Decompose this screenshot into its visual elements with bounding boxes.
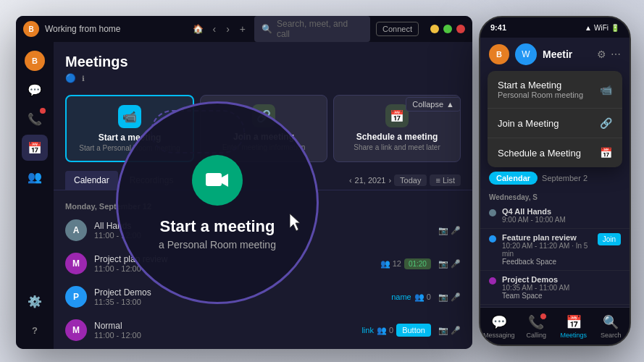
- meeting-avatar-normal: M: [65, 319, 87, 341]
- close-button[interactable]: [456, 25, 465, 33]
- phone-dropdown: Start a Meeting Personal Room meeting 📹 …: [488, 71, 622, 167]
- minimize-button[interactable]: [430, 25, 439, 33]
- circle-title: Start a meeting: [160, 217, 275, 236]
- phone-nav-meetings[interactable]: 📅 Meetings: [555, 314, 593, 339]
- phone-nav-calling[interactable]: 📞 Calling: [518, 314, 556, 339]
- phone-dropdown-start-label: Start a Meeting: [498, 80, 583, 90]
- meeting-icons-normal: 📷 🎤: [438, 326, 461, 335]
- phone-meeting-dot-q4: [489, 209, 496, 216]
- sidebar-icon-meetings[interactable]: 📅: [22, 135, 48, 161]
- phone-dropdown-start[interactable]: Start a Meeting Personal Room meeting 📹: [488, 71, 622, 109]
- webex-icon: 🔵: [65, 73, 76, 83]
- schedule-meeting-icon: 📅: [385, 104, 409, 127]
- date-nav: ‹ 21, 2021 › Today ≡ List: [349, 174, 461, 186]
- search-bar[interactable]: 🔍 Search, meet, and call: [254, 16, 370, 42]
- tab-calendar[interactable]: Calendar: [65, 171, 118, 190]
- sidebar-icon-help[interactable]: ?: [22, 317, 48, 343]
- meetings-nav-icon: 📅: [566, 314, 582, 330]
- search-placeholder: Search, meet, and call: [277, 19, 363, 39]
- meeting-avatar-allhands: A: [65, 219, 87, 241]
- phone-dropdown-schedule[interactable]: Schedule a Meeting 📅: [488, 138, 622, 167]
- meeting-icons-allhands: 📷 🎤: [438, 226, 461, 235]
- mobile-phone: 9:41 ▲ WiFi 🔋 B W Meetir ⚙ ⋯ Start a Mee…: [479, 16, 631, 346]
- phone-meeting-weekly[interactable]: Weekly Sync Up 9:00 - 10:00 AM: [480, 345, 630, 346]
- phone-avatar: B: [489, 44, 509, 64]
- today-button[interactable]: Today: [394, 174, 427, 186]
- schedule-meeting-desc: Share a link and meet later: [354, 143, 440, 151]
- phone-calendar-tab[interactable]: Calendar: [489, 172, 538, 185]
- svg-rect-0: [206, 173, 222, 186]
- phone-date-header-1: Wednesday, S: [480, 189, 630, 203]
- phone-webex-icon: W: [515, 43, 537, 65]
- maximize-button[interactable]: [443, 25, 452, 33]
- phone-join-icon: 🔗: [600, 117, 612, 129]
- phone-dropdown-schedule-label: Schedule a Meeting: [498, 148, 581, 159]
- sidebar-icon-avatar[interactable]: B: [22, 48, 48, 74]
- phone-date-range: September 2: [542, 174, 587, 182]
- search-icon: 🔍: [262, 24, 272, 34]
- phone-join-feature-button[interactable]: Join: [598, 233, 621, 245]
- next-date-icon[interactable]: ›: [388, 176, 391, 185]
- phone-dropdown-join[interactable]: Join a Meeting 🔗: [488, 109, 622, 138]
- phone-meeting-feature[interactable]: Feature plan review 10:20 AM - 11:20 AM …: [480, 229, 630, 271]
- meeting-icons-demos: 📷 🎤: [438, 292, 461, 302]
- title-bar-label: Working from home: [45, 24, 187, 34]
- connect-button[interactable]: Connect: [376, 22, 419, 36]
- status-icon: 🏠: [193, 24, 204, 34]
- phone-nav-search[interactable]: 🔍 Search: [593, 314, 630, 339]
- phone-cal-header: Calendar September 2: [480, 167, 630, 189]
- phone-nav-messaging[interactable]: 💬 Messaging: [480, 314, 518, 339]
- signal-icon: ▲: [585, 24, 592, 32]
- title-bar: B Working from home 🏠 ‹ › + 🔍 Search, me…: [16, 16, 472, 42]
- search-nav-icon: 🔍: [603, 314, 619, 330]
- phone-nav: 💬 Messaging 📞 Calling 📅 Meetings 🔍 Searc…: [480, 307, 630, 345]
- collapse-button[interactable]: Collapse ▲: [406, 97, 461, 111]
- phone-dropdown-join-label: Join a Meeting: [498, 118, 559, 129]
- battery-icon: 🔋: [611, 24, 619, 32]
- phone-meeting-info-demos: Project Demos 10:35 AM - 11:00 AM Team S…: [502, 275, 621, 300]
- phone-gear-icon[interactable]: ⚙: [597, 49, 606, 60]
- sidebar-icon-calls[interactable]: 📞: [22, 106, 48, 132]
- phone-start-icon: 📹: [600, 84, 612, 96]
- chevron-up-icon: ▲: [446, 100, 454, 109]
- circle-overlay: Start a meeting a Personal Room meeting: [116, 101, 319, 304]
- nav-add[interactable]: +: [237, 22, 248, 36]
- prev-date-icon[interactable]: ‹: [349, 176, 352, 185]
- join-normal-button[interactable]: Button: [396, 324, 431, 337]
- calling-nav-label: Calling: [526, 332, 546, 339]
- collapse-label: Collapse: [412, 100, 443, 109]
- list-view-button[interactable]: ≡ List: [430, 174, 461, 186]
- sidebar-icon-settings[interactable]: ⚙️: [22, 288, 48, 314]
- wifi-icon: WiFi: [594, 24, 609, 32]
- meetings-nav-label: Meetings: [560, 332, 587, 339]
- phone-header: B W Meetir ⚙ ⋯: [480, 38, 630, 71]
- sidebar-icon-teams[interactable]: 👥: [22, 164, 48, 190]
- meetings-header: Meetings 🔵 ℹ Collapse ▲: [54, 42, 472, 89]
- messaging-nav-icon: 💬: [491, 314, 507, 330]
- phone-meeting-info-feature: Feature plan review 10:20 AM - 11:20 AM …: [502, 233, 592, 266]
- sidebar-icon-messages[interactable]: 💬: [22, 77, 48, 103]
- phone-schedule-icon: 📅: [600, 147, 612, 159]
- phone-header-icons: ⚙ ⋯: [597, 49, 621, 60]
- nav-forward[interactable]: ›: [223, 22, 233, 36]
- phone-more-icon[interactable]: ⋯: [611, 49, 621, 60]
- meeting-item-rebrand[interactable]: R Rebrand Brainstorming 08:00 - 12:00 📷 …: [54, 347, 472, 349]
- phone-meeting-dot-feature: [489, 235, 496, 243]
- date-range: 21, 2021: [355, 176, 386, 185]
- phone-meeting-demos[interactable]: Project Demos 10:35 AM - 11:00 AM Team S…: [480, 271, 630, 305]
- calls-badge: [40, 108, 46, 114]
- phone-meeting-q4[interactable]: Q4 All Hands 9:00 AM - 10:00 AM: [480, 203, 630, 229]
- messaging-nav-label: Messaging: [483, 332, 515, 339]
- meeting-actions-planreview: 👥 12 01:20: [380, 258, 431, 269]
- phone-status-icons: ▲ WiFi 🔋: [585, 24, 619, 32]
- meeting-item-normal[interactable]: M Normal 11:00 - 12:00 link 👥 0 Button 📷…: [54, 313, 472, 347]
- left-sidebar: B 💬 📞 📅 👥 ⚙️ ?: [16, 42, 54, 349]
- user-avatar: B: [23, 21, 39, 37]
- meetings-url: 🔵 ℹ: [65, 73, 461, 83]
- start-meeting-icon: 📹: [118, 105, 141, 128]
- meeting-actions-normal: link 👥 0 Button: [361, 324, 431, 337]
- phone-dropdown-start-sub: Personal Room meeting: [498, 90, 583, 99]
- meeting-icons-planreview: 📷 🎤: [438, 259, 461, 269]
- info-icon: ℹ: [82, 75, 85, 83]
- nav-back[interactable]: ‹: [209, 22, 219, 36]
